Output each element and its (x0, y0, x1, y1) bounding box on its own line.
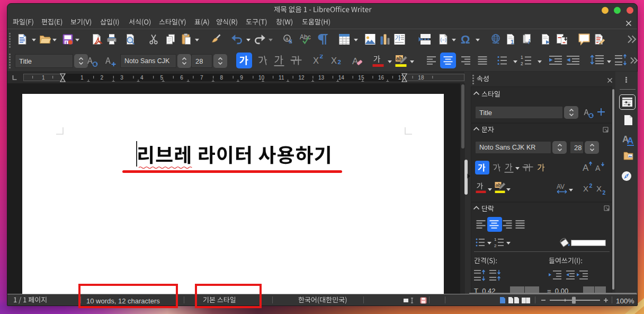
svg-text:12: 12 (298, 75, 305, 81)
svg-text:A: A (627, 136, 633, 146)
svg-text:1: 1 (494, 237, 497, 242)
svg-text:A: A (583, 163, 589, 173)
svg-text:8: 8 (220, 75, 223, 81)
svg-text:2: 2 (521, 61, 523, 66)
svg-text:10: 10 (258, 75, 265, 81)
svg-text:1: 1 (511, 39, 514, 45)
svg-text:i: i (528, 38, 530, 46)
svg-text:2: 2 (494, 243, 497, 248)
svg-text:18: 18 (418, 75, 424, 81)
svg-text:16: 16 (378, 75, 384, 81)
svg-text:13: 13 (318, 75, 325, 81)
svg-text:A: A (595, 164, 601, 172)
svg-text:2: 2 (589, 183, 593, 189)
svg-text:15: 15 (358, 75, 364, 81)
svg-text:11: 11 (279, 75, 284, 81)
svg-text:X: X (583, 184, 588, 193)
svg-text:14: 14 (338, 75, 345, 81)
svg-text:X: X (596, 184, 602, 193)
svg-text:AV: AV (557, 183, 565, 190)
svg-text:9: 9 (240, 75, 243, 81)
svg-text:1: 1 (521, 55, 523, 60)
svg-text:2: 2 (603, 189, 606, 196)
